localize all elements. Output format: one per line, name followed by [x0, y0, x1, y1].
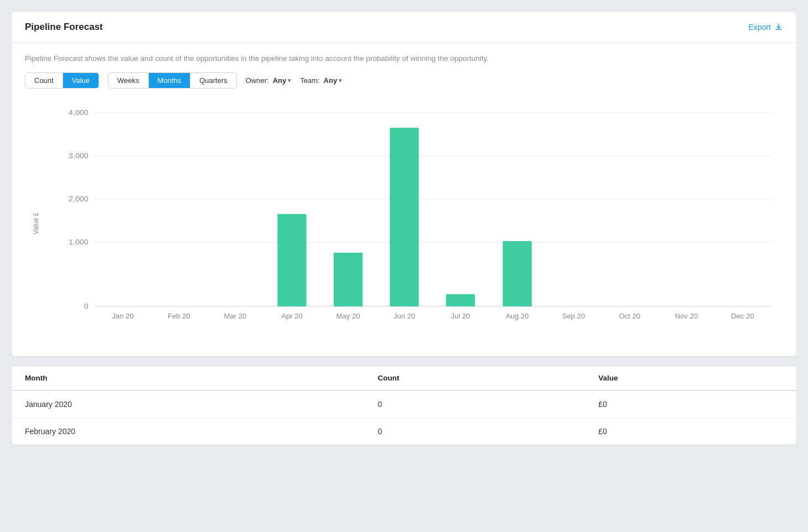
- svg-text:Jan 20: Jan 20: [112, 312, 133, 320]
- bar-jun: [390, 128, 418, 306]
- bar-jul: [446, 294, 475, 306]
- table-row: February 2020 0 £0: [12, 418, 796, 445]
- cell-count: 0: [364, 418, 585, 445]
- svg-text:Oct 20: Oct 20: [619, 312, 640, 320]
- period-button-group: Weeks Months Quarters: [108, 72, 237, 88]
- svg-text:Jul 20: Jul 20: [451, 312, 470, 320]
- col-month: Month: [12, 366, 364, 390]
- bar-aug: [503, 241, 531, 306]
- col-count: Count: [364, 366, 585, 390]
- table-header-row: Month Count Value: [12, 366, 796, 390]
- cell-count: 0: [364, 390, 585, 418]
- svg-text:Sep 20: Sep 20: [562, 312, 584, 320]
- metric-count-button[interactable]: Count: [25, 73, 63, 88]
- bar-apr: [277, 214, 306, 306]
- metric-value-button[interactable]: Value: [63, 73, 99, 88]
- data-table-card: Month Count Value January 2020 0 £0 Febr…: [11, 366, 797, 445]
- period-weeks-button[interactable]: Weeks: [108, 73, 149, 88]
- cell-month: February 2020: [12, 418, 364, 445]
- svg-text:1,000: 1,000: [69, 238, 89, 246]
- owner-dropdown[interactable]: Owner: Any ▾: [246, 76, 291, 85]
- svg-text:2,000: 2,000: [69, 195, 89, 203]
- svg-text:Jun 20: Jun 20: [393, 312, 415, 320]
- team-chevron-icon: ▾: [339, 77, 342, 84]
- team-value: Any: [324, 76, 338, 85]
- cell-value: £0: [585, 390, 796, 418]
- metric-button-group: Count Value: [25, 72, 99, 88]
- svg-text:Apr 20: Apr 20: [281, 312, 303, 320]
- owner-chevron-icon: ▾: [288, 77, 291, 84]
- col-value: Value: [585, 366, 796, 390]
- svg-text:Mar 20: Mar 20: [224, 312, 246, 320]
- card-title: Pipeline Forecast: [25, 22, 103, 33]
- cell-month: January 2020: [12, 390, 364, 418]
- owner-label: Owner:: [246, 76, 269, 85]
- export-icon: [774, 23, 783, 32]
- y-axis-label: Value £: [32, 212, 40, 234]
- svg-text:May 20: May 20: [336, 312, 360, 320]
- bar-chart: 4,000 3,000 2,000 1,000 0: [58, 102, 783, 323]
- svg-text:Feb 20: Feb 20: [168, 312, 190, 320]
- team-label: Team:: [300, 76, 319, 85]
- controls-bar: Count Value Weeks Months Quarters Owner:…: [25, 72, 783, 88]
- svg-text:3,000: 3,000: [69, 152, 89, 160]
- team-dropdown[interactable]: Team: Any ▾: [300, 76, 342, 85]
- bar-may: [334, 253, 362, 306]
- svg-text:4,000: 4,000: [69, 109, 89, 117]
- svg-text:Aug 20: Aug 20: [506, 312, 529, 320]
- export-button[interactable]: Export: [749, 23, 783, 32]
- chart-container: Value £ 4,000 3,000 2,000 1,000: [25, 102, 783, 345]
- owner-value: Any: [273, 76, 287, 85]
- table-row: January 2020 0 £0: [12, 390, 796, 418]
- cell-value: £0: [585, 418, 796, 445]
- data-table: Month Count Value January 2020 0 £0 Febr…: [12, 366, 796, 445]
- card-body: Pipeline Forecast shows the value and co…: [12, 43, 796, 356]
- card-header: Pipeline Forecast Export: [12, 12, 796, 43]
- svg-text:0: 0: [84, 302, 89, 310]
- description: Pipeline Forecast shows the value and co…: [25, 54, 783, 62]
- svg-text:Dec 20: Dec 20: [731, 312, 754, 320]
- period-months-button[interactable]: Months: [149, 73, 191, 88]
- svg-text:Nov 20: Nov 20: [675, 312, 698, 320]
- pipeline-forecast-card: Pipeline Forecast Export Pipeline Foreca…: [11, 11, 797, 357]
- export-label: Export: [749, 23, 771, 32]
- period-quarters-button[interactable]: Quarters: [190, 73, 236, 88]
